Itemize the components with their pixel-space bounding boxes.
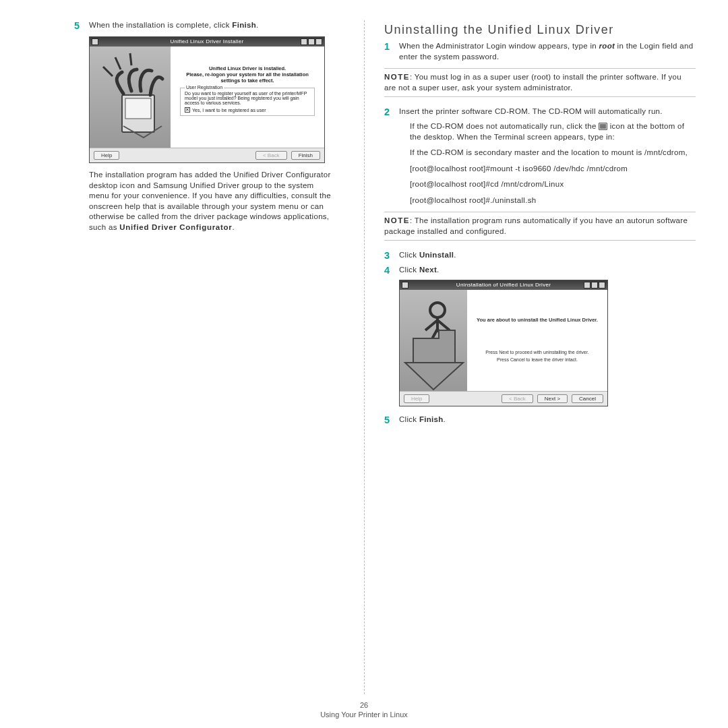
note-label: NOTE xyxy=(384,216,410,224)
dialog-titlebar: Uninstallation of Unified Linux Driver xyxy=(400,280,607,290)
step-number: 1 xyxy=(384,41,399,62)
step-number: 5 xyxy=(74,20,89,31)
uninstall-dialog: Uninstallation of Unified Linux Driver xyxy=(399,280,608,406)
finish-word: Finish xyxy=(232,21,256,29)
note-1: NOTE: You must log in as a super user (r… xyxy=(384,68,696,97)
step-number: 4 xyxy=(384,265,399,276)
footer-section: Using Your Printer in Linux xyxy=(0,710,728,719)
reg-text: Do you want to register yourself as user… xyxy=(185,91,310,105)
window-menu-icon xyxy=(402,282,408,289)
dialog-title: Uninstallation of Unified Linux Driver xyxy=(456,282,551,288)
checkbox-label: Yes, I want to be registered as user xyxy=(192,108,266,113)
dialog-title: Unified Linux Driver Installer xyxy=(170,38,243,44)
svg-line-7 xyxy=(425,320,437,330)
step-number: 3 xyxy=(384,250,399,261)
step3-post: . xyxy=(454,251,456,259)
cd-command-3: [root@localhost root]#./uninstall.sh xyxy=(410,195,696,206)
step-text-post: . xyxy=(256,21,259,29)
svg-line-2 xyxy=(103,67,113,76)
cd-command-1: [root@localhost root]#mount -t iso9660 /… xyxy=(410,164,696,175)
right-column: Uninstalling the Unified Linux Driver 1 … xyxy=(364,20,728,728)
page-number: 26 xyxy=(0,701,728,709)
note-text: : The installation program runs automati… xyxy=(384,216,688,235)
step-3: 3 Click Uninstall. xyxy=(384,250,696,261)
help-button: Help xyxy=(404,394,429,403)
root-word: root xyxy=(599,42,615,50)
dialog-content: You are about to uninstall the Unified L… xyxy=(467,290,607,391)
press-next-text: Press Next to proceed with uninstalling … xyxy=(473,350,602,355)
step-2: 2 Insert the printer software CD-ROM. Th… xyxy=(384,107,696,117)
minimize-icon xyxy=(308,38,315,45)
step3-pre: Click xyxy=(399,251,419,259)
step1-pre: When the Administrator Login window appe… xyxy=(399,42,599,50)
close-icon xyxy=(315,38,322,45)
next-word: Next xyxy=(419,266,437,274)
svg-line-4 xyxy=(130,53,131,65)
back-button: < Back xyxy=(255,151,287,160)
cancel-button[interactable]: Cancel xyxy=(572,394,603,403)
next-button[interactable]: Next > xyxy=(537,394,568,403)
cd-text-1: If the CD-ROM does not automatically run… xyxy=(410,121,696,142)
step4-post: . xyxy=(437,266,439,274)
cd-text1-pre: If the CD-ROM does not automatically run… xyxy=(410,122,599,130)
checkbox-icon[interactable]: ✕ xyxy=(185,107,190,113)
section-heading: Uninstalling the Unified Linux Driver xyxy=(384,23,696,37)
column-divider xyxy=(364,20,365,694)
step-4: 4 Click Next. xyxy=(384,265,696,276)
back-button: < Back xyxy=(502,394,533,403)
press-cancel-text: Press Cancel to leave the driver intact. xyxy=(473,357,602,362)
arrow-graphic-icon xyxy=(400,290,467,391)
hand-graphic-icon xyxy=(90,47,171,148)
svg-line-3 xyxy=(115,57,121,69)
left-column: 5 When the installation is complete, cli… xyxy=(0,20,364,728)
uninstall-word: Uninstall xyxy=(419,251,454,259)
window-controls xyxy=(584,282,605,289)
installed-line: Unified Linux Driver is installed. xyxy=(176,65,319,71)
group-legend: User Registration xyxy=(185,85,224,90)
dialog-side-image xyxy=(400,290,467,391)
configurator-name: Unified Driver Configurator xyxy=(119,223,232,231)
step5-post: . xyxy=(444,415,446,423)
page-footer: 26 Using Your Printer in Linux xyxy=(0,701,728,719)
step5-pre: Click xyxy=(399,415,419,423)
svg-rect-1 xyxy=(125,98,151,119)
dialog-side-image xyxy=(90,47,171,148)
step4-pre: Click xyxy=(399,266,419,274)
user-registration-group: User Registration Do you want to registe… xyxy=(180,88,315,116)
relogon-line: Please, re-logon your system for all the… xyxy=(176,71,319,84)
cd-text-2: If the CD-ROM is secondary master and th… xyxy=(410,148,696,158)
help-icon xyxy=(301,38,307,45)
note-text: : You must log in as a super user (root)… xyxy=(384,73,681,92)
step-5-right: 5 Click Finish. xyxy=(384,415,696,425)
finish-button[interactable]: Finish xyxy=(291,151,320,160)
dialog-titlebar: Unified Linux Driver Installer xyxy=(90,37,324,47)
finish-word: Finish xyxy=(419,415,444,423)
note-label: NOTE xyxy=(384,73,410,81)
step-5-left: 5 When the installation is complete, cli… xyxy=(74,20,332,31)
window-menu-icon xyxy=(92,38,98,45)
step-number: 5 xyxy=(384,415,399,425)
post-install-paragraph: The installation program has added the U… xyxy=(89,170,332,233)
para-post: . xyxy=(232,223,235,231)
dialog-footer: Help < Back Next > Cancel xyxy=(400,391,607,406)
svg-line-8 xyxy=(437,320,450,330)
help-icon xyxy=(584,282,590,289)
step-number: 2 xyxy=(384,107,399,117)
svg-point-5 xyxy=(430,303,445,317)
cd-command-2: [root@localhost root]#cd /mnt/cdrom/Linu… xyxy=(410,179,696,190)
para-text: The installation program has added the U… xyxy=(89,171,331,231)
note-2: NOTE: The installation program runs auto… xyxy=(384,212,696,241)
step-1: 1 When the Administrator Login window ap… xyxy=(384,41,696,62)
installer-dialog: Unified Linux Driver Installer xyxy=(89,36,325,163)
help-button[interactable]: Help xyxy=(94,151,119,160)
close-icon xyxy=(599,282,605,289)
minimize-icon xyxy=(591,282,598,289)
window-controls xyxy=(301,38,322,45)
dialog-content: Unified Linux Driver is installed. Pleas… xyxy=(171,47,324,148)
step2-text: Insert the printer software CD-ROM. The … xyxy=(399,107,663,117)
step-text: When the installation is complete, click xyxy=(89,21,232,29)
dialog-footer: Help < Back Finish xyxy=(90,148,324,162)
uninstall-heading: You are about to uninstall the Unified L… xyxy=(473,317,602,323)
terminal-icon xyxy=(599,123,607,130)
